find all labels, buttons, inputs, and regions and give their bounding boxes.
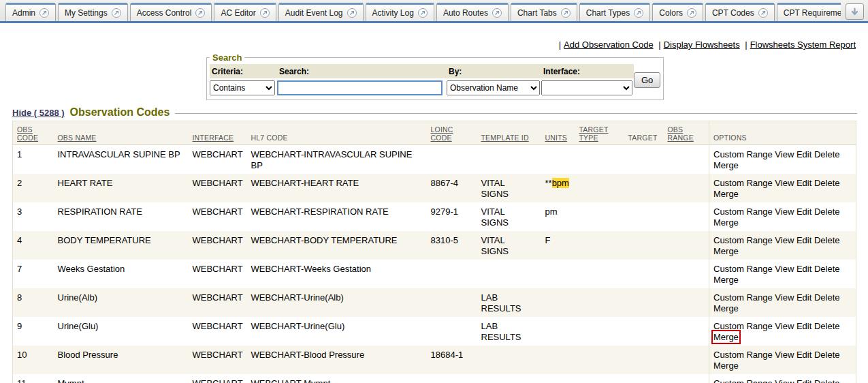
option-merge-link[interactable]: Merge (713, 160, 739, 170)
popout-icon[interactable] (347, 8, 357, 18)
option-delete-link[interactable]: Delete (814, 235, 840, 245)
tab-activity-log[interactable]: Activity Log (366, 3, 434, 21)
option-custom-range-link[interactable]: Custom Range (713, 378, 773, 383)
tab-access-control[interactable]: Access Control (130, 3, 212, 21)
option-delete-link[interactable]: Delete (814, 350, 840, 360)
option-view-link[interactable]: View (775, 235, 794, 245)
popout-icon[interactable] (687, 8, 696, 18)
option-merge-link[interactable]: Merge (713, 275, 739, 285)
option-view-link[interactable]: View (775, 378, 794, 383)
option-delete-link[interactable]: Delete (814, 378, 840, 383)
column-header-interface[interactable]: INTERFACE (189, 121, 247, 145)
column-header-obs-name[interactable]: OBS NAME (54, 121, 189, 145)
option-edit-link[interactable]: Edit (797, 235, 811, 245)
option-custom-range-link[interactable]: Custom Range (713, 206, 773, 217)
option-view-link[interactable]: View (775, 178, 794, 188)
popout-icon[interactable] (561, 8, 570, 18)
tab-my-settings[interactable]: My Settings (58, 3, 128, 21)
popout-icon[interactable] (195, 8, 205, 18)
tab-cpt-codes[interactable]: CPT Codes (705, 3, 775, 21)
option-delete-link[interactable]: Delete (814, 264, 840, 274)
go-button[interactable]: Go (634, 72, 660, 88)
option-view-link[interactable]: View (775, 350, 794, 360)
option-delete-link[interactable]: Delete (814, 321, 840, 331)
option-delete-link[interactable]: Delete (814, 206, 840, 217)
interface-label: Interface: (541, 64, 634, 78)
option-view-link[interactable]: View (775, 321, 794, 331)
tab-ac-editor[interactable]: AC Editor (214, 3, 276, 21)
option-delete-link[interactable]: Delete (814, 178, 840, 188)
option-custom-range-link[interactable]: Custom Range (713, 321, 773, 331)
option-view-link[interactable]: View (775, 206, 794, 217)
tab-audit-event-log[interactable]: Audit Event Log (278, 3, 364, 21)
option-edit-link[interactable]: Edit (797, 321, 811, 331)
column-header-label[interactable]: OBS NAME (58, 134, 97, 142)
column-header-template-id[interactable]: TEMPLATE ID (477, 121, 541, 145)
option-merge-link[interactable]: Merge (713, 217, 739, 228)
popout-icon[interactable] (758, 8, 768, 18)
column-header-obs-range[interactable]: OBS RANGE (664, 121, 709, 145)
option-view-link[interactable]: View (775, 149, 794, 159)
tab-overflow-button[interactable] (846, 3, 864, 20)
option-custom-range-link[interactable]: Custom Range (713, 178, 773, 188)
tab-chart-types[interactable]: Chart Types (579, 3, 650, 21)
option-merge-link[interactable]: Merge (713, 246, 739, 256)
option-edit-link[interactable]: Edit (797, 206, 811, 217)
option-custom-range-link[interactable]: Custom Range (713, 264, 773, 274)
popout-icon[interactable] (39, 8, 49, 18)
option-custom-range-link[interactable]: Custom Range (713, 292, 773, 303)
column-header-label[interactable]: LOINC CODE (431, 125, 453, 142)
option-view-link[interactable]: View (775, 292, 794, 303)
option-delete-link[interactable]: Delete (814, 149, 840, 159)
option-edit-link[interactable]: Edit (797, 264, 811, 274)
popout-icon[interactable] (418, 8, 428, 18)
interface-select[interactable] (541, 80, 632, 95)
popout-icon[interactable] (634, 8, 643, 18)
tab-admin[interactable]: Admin (5, 3, 56, 21)
search-input[interactable] (277, 80, 443, 95)
column-header-label[interactable]: OBS CODE (17, 125, 38, 142)
option-merge-link[interactable]: Merge (713, 189, 739, 199)
criteria-select[interactable]: Contains (210, 80, 275, 95)
hide-link[interactable]: Hide ( 5288 ) (12, 108, 65, 118)
option-merge-link[interactable]: Merge (713, 361, 739, 371)
flowsheets-system-report-link[interactable]: Flowsheets System Report (750, 40, 856, 50)
display-flowsheets-link[interactable]: Display Flowsheets (664, 40, 740, 50)
popout-icon[interactable] (112, 8, 121, 18)
tab-cpt-requiremen[interactable]: CPT Requiremen (777, 3, 841, 21)
option-custom-range-link[interactable]: Custom Range (713, 235, 773, 245)
option-edit-link[interactable]: Edit (797, 292, 811, 303)
option-edit-link[interactable]: Edit (797, 378, 811, 383)
option-edit-link[interactable]: Edit (797, 350, 811, 360)
column-header-obs-code[interactable]: OBS CODE (13, 121, 54, 145)
option-delete-link[interactable]: Delete (814, 292, 840, 303)
option-merge-link[interactable]: Merge (713, 332, 739, 342)
option-edit-link[interactable]: Edit (797, 149, 811, 159)
cell-target (624, 202, 664, 231)
column-header-label[interactable]: INTERFACE (193, 134, 234, 142)
column-header-loinc-code[interactable]: LOINC CODE (427, 121, 477, 145)
column-header-target-type[interactable]: TARGET TYPE (575, 121, 624, 145)
cell-options: Custom Range View Edit Delete Merge (709, 174, 856, 202)
column-header-label[interactable]: TARGET TYPE (579, 125, 609, 142)
cell-obs-range (664, 346, 709, 374)
tab-chart-tabs[interactable]: Chart Tabs (511, 3, 577, 21)
popout-icon[interactable] (260, 8, 270, 18)
option-merge-link[interactable]: Merge (713, 303, 739, 313)
column-header-units[interactable]: UNITS (541, 121, 575, 145)
by-label: By: (447, 64, 541, 78)
tab-colors[interactable]: Colors (652, 3, 703, 21)
by-select[interactable]: Observation Name (447, 80, 540, 95)
column-header-label[interactable]: OBS RANGE (668, 125, 694, 142)
option-view-link[interactable]: View (775, 264, 794, 274)
option-custom-range-link[interactable]: Custom Range (713, 350, 773, 360)
option-custom-range-link[interactable]: Custom Range (713, 149, 773, 159)
tab-auto-routes[interactable]: Auto Routes (436, 3, 509, 21)
popout-icon[interactable] (492, 8, 502, 18)
column-header-label[interactable]: TEMPLATE ID (481, 134, 529, 142)
add-observation-code-link[interactable]: Add Observation Code (564, 40, 654, 50)
cell-loinc-code (427, 374, 477, 383)
tab-label: Activity Log (372, 8, 414, 18)
column-header-label[interactable]: UNITS (545, 134, 568, 142)
option-edit-link[interactable]: Edit (797, 178, 811, 188)
